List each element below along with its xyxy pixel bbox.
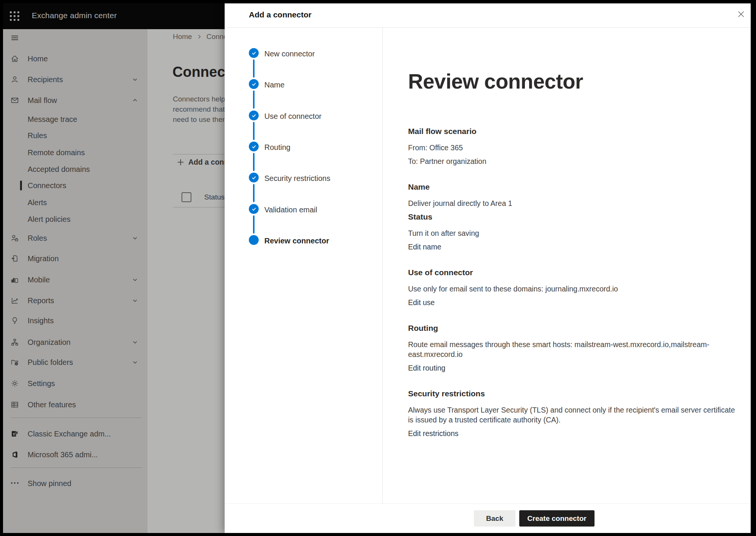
section-heading: Mail flow scenario (408, 126, 736, 136)
step-connector-line (253, 122, 255, 140)
step-use-of-connector[interactable]: Use of connector (264, 111, 321, 122)
section-heading: Security restrictions (408, 389, 736, 399)
step-connector-line (253, 153, 255, 171)
mail-flow-to: To: Partner organization (408, 156, 736, 166)
step-connector-line (253, 184, 255, 202)
step-done-icon[interactable] (249, 48, 259, 58)
security-value: Always use Transport Layer Security (TLS… (408, 405, 736, 425)
review-pane: Review connector Mail flow scenario From… (383, 28, 751, 503)
step-security-restrictions[interactable]: Security restrictions (264, 173, 331, 184)
status-value: Turn it on after saving (408, 228, 736, 238)
add-connector-modal: Add a connector New connector (225, 3, 751, 533)
step-done-icon[interactable] (249, 142, 259, 151)
section-use-of-connector: Use of connector Use only for email sent… (408, 268, 736, 307)
routing-value: Route email messages through these smart… (408, 340, 736, 359)
modal-title: Add a connector (249, 10, 312, 19)
status-subheading: Status (408, 212, 736, 222)
screen: Exchange admin center Home Recipients (3, 3, 751, 533)
back-button[interactable]: Back (474, 510, 515, 527)
step-name[interactable]: Name (264, 79, 284, 90)
step-done-icon[interactable] (249, 111, 259, 120)
review-heading: Review connector (408, 70, 736, 92)
modal-header: Add a connector (225, 3, 751, 28)
section-heading: Routing (408, 323, 736, 333)
check-icon (251, 51, 256, 56)
step-done-icon[interactable] (249, 204, 259, 214)
step-connector-line (253, 59, 255, 78)
step-routing[interactable]: Routing (264, 142, 290, 153)
section-security-restrictions: Security restrictions Always use Transpo… (408, 389, 736, 438)
mail-flow-from: From: Office 365 (408, 143, 736, 153)
step-review-connector[interactable]: Review connector (264, 235, 329, 246)
name-value: Deliver journal directly to Area 1 (408, 198, 736, 208)
edit-routing-link[interactable]: Edit routing (408, 363, 446, 373)
step-validation-email[interactable]: Validation email (264, 204, 317, 215)
create-connector-button[interactable]: Create connector (519, 510, 595, 527)
step-new-connector[interactable]: New connector (264, 48, 315, 59)
section-name: Name Deliver journal directly to Area 1 … (408, 182, 736, 252)
section-heading: Use of connector (408, 268, 736, 277)
check-icon (251, 207, 256, 212)
modal-footer: Back Create connector (225, 503, 751, 533)
section-heading: Name (408, 182, 736, 192)
section-routing: Routing Route email messages through the… (408, 323, 736, 373)
step-current-icon[interactable] (249, 235, 259, 245)
section-mail-flow-scenario: Mail flow scenario From: Office 365 To: … (408, 126, 736, 166)
modal-body: New connector Name Use of connector Rout… (225, 28, 751, 503)
edit-name-link[interactable]: Edit name (408, 242, 441, 252)
wizard-stepper: New connector Name Use of connector Rout… (225, 28, 383, 503)
step-done-icon[interactable] (249, 79, 259, 89)
check-icon (251, 82, 256, 87)
check-icon (251, 113, 256, 118)
check-icon (251, 175, 256, 180)
step-done-icon[interactable] (249, 173, 259, 182)
edit-restrictions-link[interactable]: Edit restrictions (408, 428, 458, 438)
use-value: Use only for email sent to these domains… (408, 284, 736, 294)
close-button[interactable] (735, 8, 747, 20)
close-icon (738, 11, 744, 17)
step-connector-line (253, 215, 255, 234)
step-connector-line (253, 90, 255, 109)
edit-use-link[interactable]: Edit use (408, 298, 435, 307)
check-icon (251, 144, 256, 149)
